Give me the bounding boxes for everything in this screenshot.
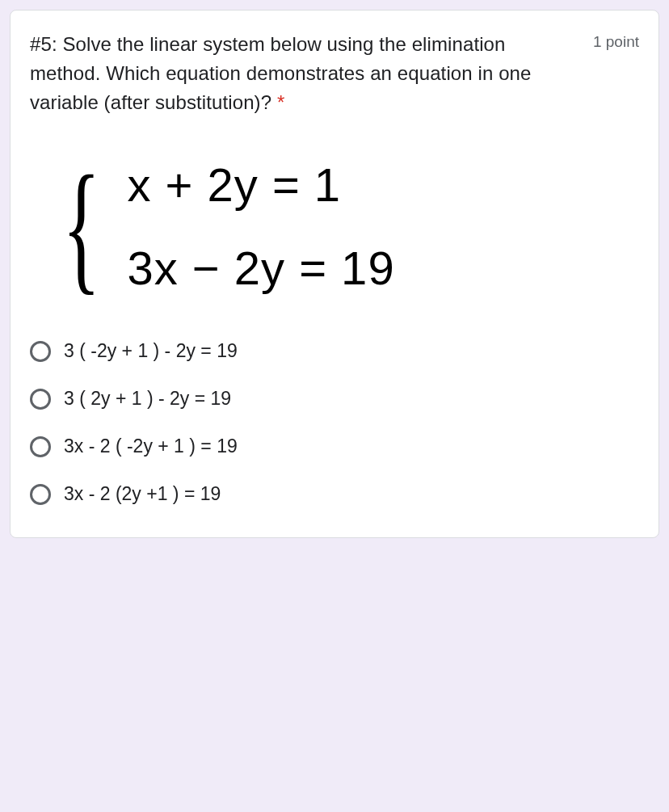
equation-2: 3x − 2y = 19 xyxy=(127,241,394,295)
radio-icon xyxy=(30,341,51,362)
option-2[interactable]: 3 ( 2y + 1 ) - 2y = 19 xyxy=(30,375,639,423)
option-1[interactable]: 3 ( -2y + 1 ) - 2y = 19 xyxy=(30,327,639,375)
option-label-3: 3x - 2 ( -2y + 1 ) = 19 xyxy=(64,435,238,457)
options-group: 3 ( -2y + 1 ) - 2y = 19 3 ( 2y + 1 ) - 2… xyxy=(30,327,639,518)
points-label: 1 point xyxy=(593,30,639,51)
option-label-4: 3x - 2 (2y +1 ) = 19 xyxy=(64,483,221,505)
option-label-1: 3 ( -2y + 1 ) - 2y = 19 xyxy=(64,340,238,362)
radio-icon xyxy=(30,389,51,410)
equation-1: x + 2y = 1 xyxy=(127,158,394,212)
radio-icon xyxy=(30,436,51,457)
option-4[interactable]: 3x - 2 (2y +1 ) = 19 xyxy=(30,470,639,518)
required-asterisk: * xyxy=(277,91,284,113)
equation-system: { x + 2y = 1 3x − 2y = 19 xyxy=(30,158,639,295)
equations-group: x + 2y = 1 3x − 2y = 19 xyxy=(127,158,394,295)
radio-icon xyxy=(30,484,51,505)
question-text: #5: Solve the linear system below using … xyxy=(30,30,577,117)
option-3[interactable]: 3x - 2 ( -2y + 1 ) = 19 xyxy=(30,423,639,470)
option-label-2: 3 ( 2y + 1 ) - 2y = 19 xyxy=(64,388,231,410)
question-header: #5: Solve the linear system below using … xyxy=(30,30,639,117)
question-card: #5: Solve the linear system below using … xyxy=(10,10,659,538)
brace-icon: { xyxy=(62,172,101,281)
